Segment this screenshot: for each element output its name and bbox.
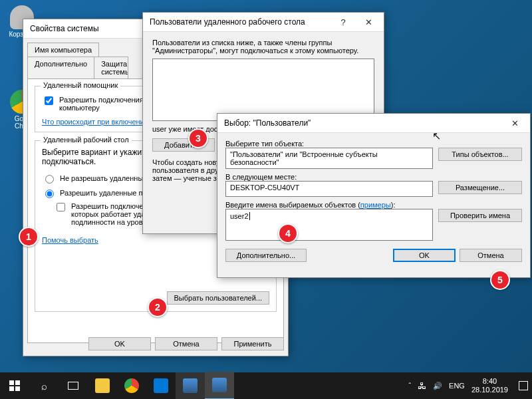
taskbar-app-explorer[interactable]	[88, 372, 117, 399]
location-field: DESKTOP-C5U40VT	[225, 181, 433, 197]
apply-button[interactable]: Применить	[221, 337, 284, 350]
checkbox-allow-ra-input[interactable]	[45, 96, 53, 105]
svg-rect-3	[15, 386, 20, 391]
rdp-users-listbox[interactable]	[152, 59, 374, 121]
search-icon: ⌕	[41, 380, 47, 392]
title-select-users: Выбор: "Пользователи"	[224, 118, 502, 128]
taskbar: ⌕ ˆ 🖧 🔊 ENG 8:40 28.10.2019	[0, 372, 532, 399]
group-title-ra: Удаленный помощник	[41, 81, 120, 89]
title-rdp-users: Пользователи удаленного рабочего стола	[150, 17, 331, 27]
tray-notifications-icon[interactable]	[519, 381, 528, 390]
ok-button[interactable]: OK	[88, 337, 151, 350]
tray-chevron-up-icon[interactable]: ˆ	[408, 382, 411, 390]
tray-clock[interactable]: 8:40 28.10.2019	[471, 377, 512, 394]
svg-rect-1	[15, 380, 20, 385]
radio-allow-rd-input[interactable]	[45, 190, 54, 198]
start-button[interactable]	[0, 372, 29, 399]
titlebar-rdp-users[interactable]: Пользователи удаленного рабочего стола ?…	[143, 13, 384, 32]
help-button[interactable]: ?	[331, 13, 356, 31]
locations-button[interactable]: Размещение...	[438, 181, 522, 194]
object-type-field: "Пользователи" или "Встроенные субъекты …	[225, 148, 433, 169]
tab-advanced[interactable]: Дополнительно	[27, 57, 94, 78]
close-button[interactable]: ✕	[356, 13, 381, 31]
chrome-icon	[124, 378, 139, 393]
annotation-marker-1: 1	[19, 227, 39, 247]
tray-network-icon[interactable]: 🖧	[418, 381, 426, 391]
location-label: В следующем месте:	[225, 173, 522, 181]
check-names-button[interactable]: Проверить имена	[438, 209, 522, 222]
ok-button[interactable]: OK	[393, 249, 456, 262]
radio-deny-rd-input[interactable]	[45, 175, 54, 184]
task-view-button[interactable]	[59, 372, 88, 399]
monitor-icon	[212, 378, 227, 392]
svg-rect-0	[9, 380, 14, 385]
link-help-choose[interactable]: Помочь выбрать	[42, 236, 98, 244]
task-view-icon	[68, 382, 78, 390]
titlebar-select-users[interactable]: Выбор: "Пользователи" ✕	[217, 114, 530, 133]
clock-time: 8:40	[471, 377, 508, 386]
group-title-rd: Удаленный рабочий стол	[41, 136, 132, 144]
link-examples[interactable]: примеры	[360, 201, 391, 209]
tray-language[interactable]: ENG	[449, 382, 465, 390]
taskbar-app-rdp[interactable]	[176, 372, 205, 399]
annotation-marker-5: 5	[490, 270, 510, 290]
taskbar-app-chrome[interactable]	[117, 372, 146, 399]
object-names-input[interactable]: user2	[225, 209, 433, 241]
rdp-intro: Пользователи из списка ниже, а также чле…	[152, 39, 374, 55]
cancel-button[interactable]: Отмена	[155, 337, 217, 350]
annotation-marker-2: 2	[148, 297, 168, 317]
tray-volume-icon[interactable]: 🔊	[433, 382, 442, 390]
folder-icon	[95, 378, 110, 393]
window-select-users: Выбор: "Пользователи" ✕ Выберите тип объ…	[217, 113, 531, 278]
monitor-icon	[183, 378, 198, 393]
search-button[interactable]: ⌕	[29, 372, 59, 399]
store-icon	[154, 378, 168, 393]
tab-protection[interactable]: Защита системы	[94, 57, 128, 78]
svg-rect-2	[9, 386, 14, 391]
names-label: Введите имена выбираемых объектов (приме…	[225, 201, 522, 209]
cancel-button[interactable]: Отмена	[460, 249, 522, 262]
annotation-marker-3: 3	[188, 128, 208, 148]
taskbar-app-rdp2[interactable]	[205, 372, 234, 399]
object-types-button[interactable]: Типы объектов...	[438, 148, 522, 161]
advanced-button[interactable]: Дополнительно...	[225, 249, 307, 262]
checkbox-nla-input[interactable]	[57, 203, 65, 211]
taskbar-app-store[interactable]	[146, 372, 176, 399]
tab-computer-name[interactable]: Имя компьютера	[27, 43, 99, 57]
clock-date: 28.10.2019	[471, 386, 508, 394]
object-type-label: Выберите тип объекта:	[225, 140, 522, 148]
windows-logo-icon	[9, 380, 20, 391]
close-button[interactable]: ✕	[502, 114, 527, 132]
annotation-marker-4: 4	[278, 223, 298, 243]
system-tray: ˆ 🖧 🔊 ENG 8:40 28.10.2019	[408, 377, 532, 394]
select-users-button[interactable]: Выбрать пользователей...	[167, 291, 270, 305]
